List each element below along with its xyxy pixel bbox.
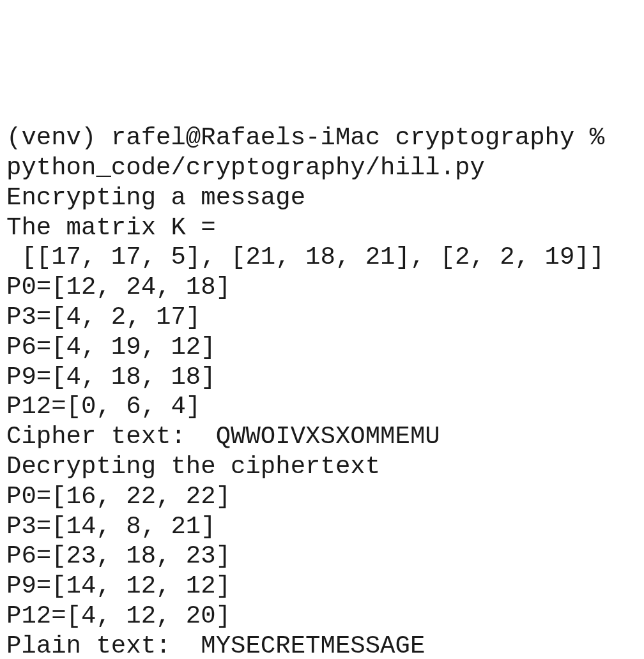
terminal-line: P12=[0, 6, 4]: [6, 392, 638, 422]
terminal-line: P3=[14, 8, 21]: [6, 512, 638, 542]
terminal-line: P3=[4, 2, 17]: [6, 303, 638, 333]
terminal-line: [[17, 17, 5], [21, 18, 21], [2, 2, 19]]: [6, 243, 638, 273]
terminal-line: P6=[23, 18, 23]: [6, 542, 638, 572]
terminal-line: Decrypting the ciphertext: [6, 452, 638, 482]
terminal-line: Plain text: MYSECRETMESSAGE: [6, 632, 638, 659]
terminal-line: P9=[4, 18, 18]: [6, 363, 638, 393]
terminal-line: (venv) rafel@Rafaels-iMac cryptography %: [6, 123, 638, 153]
terminal-line: P0=[12, 24, 18]: [6, 273, 638, 303]
terminal-line: P0=[16, 22, 22]: [6, 482, 638, 512]
terminal-line: P9=[14, 12, 12]: [6, 572, 638, 602]
terminal-line: Cipher text: QWWOIVXSXOMMEMU: [6, 422, 638, 452]
terminal-line: Encrypting a message: [6, 183, 638, 213]
terminal-line: The matrix K =: [6, 213, 638, 243]
terminal-line: P12=[4, 12, 20]: [6, 602, 638, 632]
terminal-output[interactable]: (venv) rafel@Rafaels-iMac cryptography %…: [6, 123, 638, 659]
terminal-line: python_code/cryptography/hill.py: [6, 153, 638, 183]
terminal-line: P6=[4, 19, 12]: [6, 333, 638, 363]
